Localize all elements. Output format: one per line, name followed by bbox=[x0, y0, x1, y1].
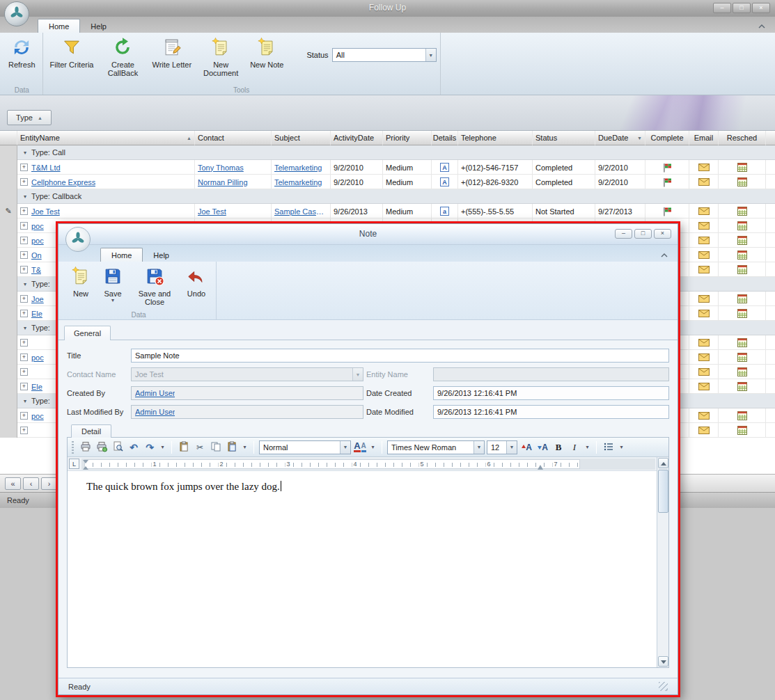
resched-cell[interactable] bbox=[719, 248, 766, 262]
paste-dropdown-arrow-icon[interactable]: ▾ bbox=[241, 444, 249, 450]
collapse-icon[interactable]: ▾ bbox=[24, 150, 26, 156]
ruler[interactable]: 1234567 bbox=[81, 459, 655, 470]
scroll-up-icon[interactable] bbox=[658, 458, 668, 468]
cut-button[interactable]: ✂ bbox=[193, 440, 207, 454]
email-cell[interactable] bbox=[689, 248, 719, 262]
subject-cell[interactable]: Telemarketing bbox=[272, 160, 331, 175]
details-cell[interactable]: a bbox=[432, 204, 458, 218]
resched-icon[interactable] bbox=[737, 221, 747, 230]
column-header-adate[interactable]: ActivityDate bbox=[331, 131, 383, 145]
column-header-subject[interactable]: Subject bbox=[272, 131, 331, 145]
expand-icon[interactable]: + bbox=[20, 412, 28, 420]
expand-icon[interactable]: + bbox=[20, 368, 28, 376]
contact-link[interactable]: Tony Thomas bbox=[198, 164, 244, 172]
priority-cell[interactable]: Medium bbox=[383, 160, 432, 175]
email-icon[interactable] bbox=[698, 178, 710, 186]
new-button[interactable]: New bbox=[65, 264, 97, 298]
column-header-priority[interactable]: Priority bbox=[383, 131, 432, 145]
resched-cell[interactable] bbox=[719, 160, 766, 175]
resched-cell[interactable] bbox=[719, 175, 766, 189]
main-titlebar[interactable]: Follow Up – □ × bbox=[0, 0, 775, 17]
note-minimize-button[interactable]: – bbox=[615, 229, 632, 239]
entity-link[interactable]: Ele bbox=[31, 383, 42, 391]
expand-icon[interactable]: + bbox=[20, 310, 28, 317]
email-icon[interactable] bbox=[698, 207, 710, 215]
resched-cell[interactable] bbox=[719, 423, 766, 438]
resched-icon[interactable] bbox=[737, 426, 747, 435]
font-color-dropdown-arrow-icon[interactable]: ▾ bbox=[369, 444, 377, 450]
note-tab-help[interactable]: Help bbox=[143, 248, 180, 262]
expand-icon[interactable]: + bbox=[20, 164, 28, 171]
save-dropdown-arrow-icon[interactable]: ▾ bbox=[111, 298, 114, 303]
font-color-button[interactable]: AA bbox=[353, 440, 367, 454]
toolbar-grip[interactable] bbox=[72, 441, 74, 454]
group-by-button-type[interactable]: Type ▲ bbox=[7, 110, 52, 125]
details-icon[interactable]: A bbox=[440, 163, 449, 172]
group-row-band[interactable]: ▾Type: Call bbox=[17, 145, 775, 159]
email-icon[interactable] bbox=[698, 412, 710, 420]
telephone-cell[interactable]: +(012)-826-9320 bbox=[458, 175, 533, 189]
entity-link[interactable]: poc bbox=[31, 222, 44, 230]
subject-link[interactable]: Telemarketing bbox=[274, 164, 322, 172]
activity-date-cell[interactable]: 9/2/2010 bbox=[331, 175, 383, 189]
complete-cell[interactable] bbox=[645, 204, 689, 218]
paste-button[interactable] bbox=[177, 440, 191, 454]
resched-icon[interactable] bbox=[737, 163, 747, 172]
complete-flag-icon[interactable] bbox=[662, 207, 673, 216]
column-header-complete[interactable]: Complete bbox=[645, 131, 689, 145]
group-by-panel[interactable]: Type ▲ bbox=[0, 95, 775, 131]
new-note-button[interactable]: New Note bbox=[246, 35, 287, 69]
close-button[interactable]: × bbox=[752, 3, 770, 13]
date-created-field[interactable]: 9/26/2013 12:16:41 PM bbox=[433, 386, 669, 400]
entity-link[interactable]: Ele bbox=[31, 310, 42, 318]
email-cell[interactable] bbox=[689, 365, 719, 379]
contact-cell[interactable]: Norman Pilling bbox=[195, 175, 272, 189]
note-titlebar[interactable]: Note – □ × bbox=[58, 224, 678, 245]
minimize-button[interactable]: – bbox=[713, 3, 731, 13]
email-icon[interactable] bbox=[698, 266, 710, 273]
telephone-cell[interactable]: +(012)-546-7157 bbox=[458, 160, 533, 175]
email-icon[interactable] bbox=[698, 368, 710, 376]
paragraph-style-dropdown[interactable]: Normal ▼ bbox=[259, 440, 351, 454]
resched-cell[interactable] bbox=[719, 306, 766, 321]
resched-icon[interactable] bbox=[737, 177, 747, 186]
resched-icon[interactable] bbox=[737, 265, 747, 274]
entity-cell[interactable]: +Joe Test bbox=[17, 204, 195, 218]
email-icon[interactable] bbox=[698, 353, 710, 361]
group-row-band[interactable]: ▾Type: Callback bbox=[17, 189, 775, 203]
details-cell[interactable]: A bbox=[432, 175, 458, 189]
complete-cell[interactable] bbox=[645, 175, 689, 189]
email-icon[interactable] bbox=[698, 310, 710, 317]
shrink-font-button[interactable]: A bbox=[535, 440, 549, 454]
nav-next-button[interactable]: › bbox=[41, 477, 57, 490]
date-modified-field[interactable]: 9/26/2013 12:16:41 PM bbox=[433, 405, 669, 419]
column-header-status[interactable]: Status bbox=[533, 131, 595, 145]
resched-icon[interactable] bbox=[737, 411, 747, 420]
expand-icon[interactable]: + bbox=[20, 178, 28, 186]
scroll-thumb[interactable] bbox=[658, 470, 668, 513]
priority-cell[interactable]: Medium bbox=[383, 204, 432, 218]
email-cell[interactable] bbox=[689, 379, 719, 394]
column-header-resched[interactable]: Resched bbox=[719, 131, 766, 145]
due-date-cell[interactable]: 9/2/2010 bbox=[595, 160, 645, 175]
dropdown-arrow-icon[interactable]: ▼ bbox=[340, 441, 350, 454]
resched-icon[interactable] bbox=[737, 207, 747, 216]
contact-link[interactable]: Joe Test bbox=[198, 207, 226, 216]
entity-link[interactable]: Cellphone Express bbox=[31, 178, 95, 186]
create-callback-button[interactable]: Create CallBack bbox=[97, 35, 148, 77]
resched-icon[interactable] bbox=[737, 367, 747, 376]
tab-stop-selector[interactable]: L bbox=[69, 459, 79, 469]
redo-typing-button[interactable]: ↷ bbox=[143, 440, 157, 454]
due-date-cell[interactable]: 9/2/2010 bbox=[595, 175, 645, 189]
contact-cell[interactable]: Joe Test bbox=[195, 204, 272, 218]
paste-special-button[interactable] bbox=[225, 440, 239, 454]
email-cell[interactable] bbox=[689, 423, 719, 438]
email-cell[interactable] bbox=[689, 306, 719, 321]
email-icon[interactable] bbox=[698, 237, 710, 244]
editor-scrollbar[interactable] bbox=[657, 457, 668, 667]
status-cell[interactable]: Not Started bbox=[533, 204, 595, 218]
column-header-details[interactable]: Details bbox=[432, 131, 458, 145]
expand-icon[interactable]: + bbox=[20, 237, 28, 244]
entity-link[interactable]: poc bbox=[31, 353, 44, 362]
copy-button[interactable] bbox=[209, 440, 223, 454]
